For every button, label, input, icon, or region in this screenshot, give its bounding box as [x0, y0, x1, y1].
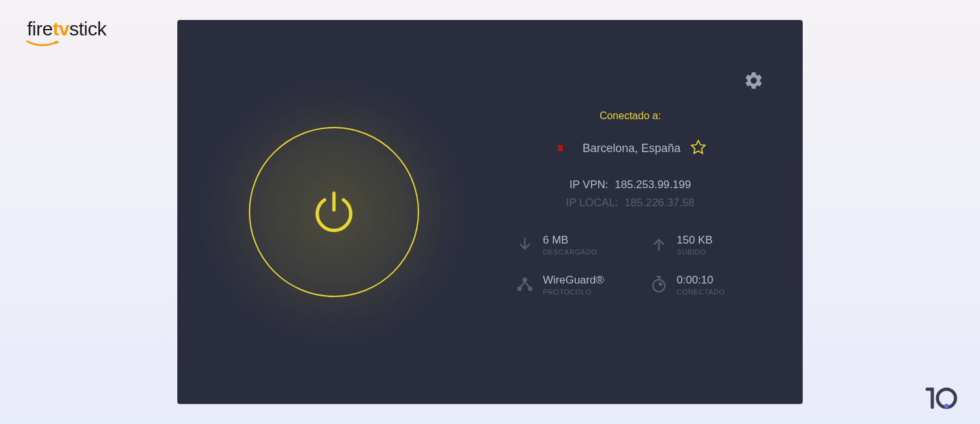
logo-tv: tv	[53, 18, 70, 40]
local-ip-row: IP LOCAL: 185.226.37.58	[509, 194, 751, 212]
duration-label: CONECTADO	[677, 288, 725, 296]
connected-to-label: Conectado a:	[509, 110, 777, 122]
svg-point-4	[523, 278, 527, 282]
vpn-ip-row: IP VPN: 185.253.99.199	[509, 176, 751, 194]
vpn-app-window: Conectado a: Barcelona, España IP VPN: 1…	[177, 20, 803, 404]
server-location-name: Barcelona, España	[582, 142, 680, 155]
duration-value: 0:00:10	[677, 274, 725, 287]
logo-fire: fire	[27, 18, 53, 40]
settings-button[interactable]	[743, 70, 764, 91]
download-icon	[516, 235, 534, 253]
vpn-ip-value: 185.253.99.199	[614, 176, 691, 194]
uploaded-stat: 150 KB SUBIDO	[650, 234, 778, 256]
protocol-icon	[516, 275, 534, 293]
logo-stick: stick	[69, 18, 106, 40]
protocol-value: WireGuard®	[543, 274, 604, 287]
svg-marker-1	[691, 140, 705, 154]
local-ip-value: 185.226.37.58	[625, 194, 695, 212]
local-ip-label: IP LOCAL:	[566, 194, 618, 212]
firetv-stick-logo: fire tv stick	[27, 18, 106, 40]
connection-info-panel: Conectado a: Barcelona, España IP VPN: 1…	[490, 110, 803, 296]
star-outline-icon	[690, 139, 707, 155]
spain-flag-icon	[554, 139, 573, 158]
uploaded-label: SUBIDO	[677, 248, 713, 256]
downloaded-stat: 6 MB DESCARGADO	[516, 234, 643, 256]
connection-toggle-panel	[177, 20, 490, 404]
protocol-stat: WireGuard® PROTOCOLO	[516, 274, 643, 296]
power-button[interactable]	[249, 127, 419, 297]
favorite-button[interactable]	[690, 139, 707, 158]
downloaded-value: 6 MB	[543, 234, 597, 247]
server-location-row[interactable]: Barcelona, España	[509, 139, 777, 158]
power-icon	[309, 187, 359, 237]
protocol-label: PROTOCOLO	[543, 288, 604, 296]
downloaded-label: DESCARGADO	[543, 248, 597, 256]
svg-point-11	[945, 404, 949, 409]
vpn-ip-label: IP VPN:	[569, 176, 608, 194]
upload-icon	[650, 235, 668, 253]
duration-stat: 0:00:10 CONECTADO	[650, 274, 778, 296]
gear-icon	[743, 70, 764, 91]
uploaded-value: 150 KB	[677, 234, 713, 247]
amazon-swoosh-icon	[26, 40, 61, 50]
stats-grid: 6 MB DESCARGADO 150 KB SUBIDO WireGuar	[509, 234, 777, 296]
stopwatch-icon	[650, 275, 668, 293]
top10vpn-logo	[923, 384, 959, 412]
top10vpn-icon	[923, 384, 959, 410]
ip-info: IP VPN: 185.253.99.199 IP LOCAL: 185.226…	[509, 176, 777, 212]
